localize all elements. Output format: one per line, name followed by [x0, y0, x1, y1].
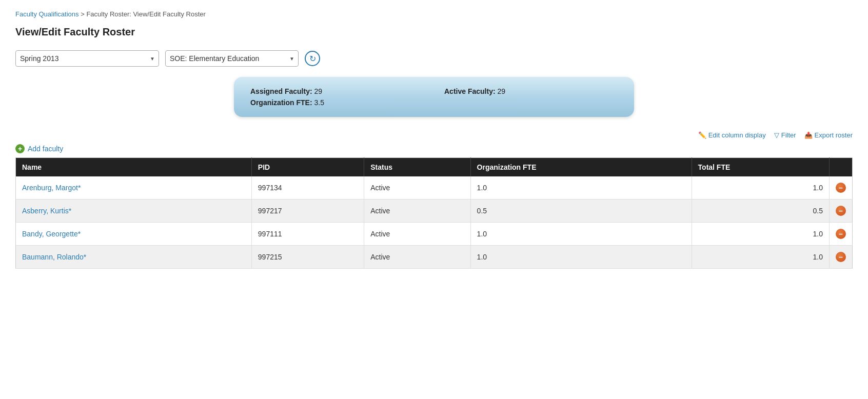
cell-pid: 997215 [251, 246, 364, 269]
cell-remove: – [830, 176, 853, 200]
semester-select[interactable]: Spring 2013Fall 2013Spring 2014 [15, 50, 159, 67]
table-row: Arenburg, Margot*997134Active1.01.0– [16, 176, 853, 200]
toolbar-row: ✏️ Edit column display ▽ Filter 📤 Export… [15, 131, 853, 139]
col-total-fte: Total FTE [692, 158, 829, 177]
table-row: Asberry, Kurtis*997217Active0.50.5– [16, 200, 853, 223]
edit-column-button[interactable]: ✏️ Edit column display [698, 131, 766, 139]
refresh-button[interactable]: ↻ [305, 51, 320, 66]
cell-name: Asberry, Kurtis* [16, 200, 252, 223]
active-faculty-stat: Active Faculty: 29 [444, 87, 618, 95]
cell-total-fte: 1.0 [692, 176, 829, 200]
assigned-faculty-stat: Assigned Faculty: 29 [250, 87, 424, 95]
col-actions [830, 158, 853, 177]
pencil-icon: ✏️ [698, 131, 706, 139]
col-status: Status [364, 158, 470, 177]
remove-icon: – [836, 229, 846, 239]
export-label: Export roster [815, 131, 853, 139]
semester-select-wrapper: Spring 2013Fall 2013Spring 2014 [15, 50, 159, 67]
org-fte-stat: Organization FTE: 3.5 [250, 98, 424, 107]
table-body: Arenburg, Margot*997134Active1.01.0–Asbe… [16, 176, 853, 269]
col-org-fte: Organization FTE [470, 158, 692, 177]
cell-status: Active [364, 223, 470, 246]
page-title: View/Edit Faculty Roster [15, 26, 853, 38]
add-faculty-button[interactable]: + Add faculty [15, 144, 63, 153]
cell-name: Bandy, Georgette* [16, 223, 252, 246]
filter-button[interactable]: ▽ Filter [774, 131, 796, 139]
cell-remove: – [830, 246, 853, 269]
assigned-faculty-value: 29 [314, 87, 322, 95]
cell-total-fte: 1.0 [692, 223, 829, 246]
faculty-link[interactable]: Baumann, Rolando* [22, 253, 86, 261]
remove-faculty-button[interactable]: – [836, 183, 846, 193]
cell-pid: 997134 [251, 176, 364, 200]
add-faculty-row: + Add faculty [15, 144, 853, 153]
faculty-link[interactable]: Asberry, Kurtis* [22, 207, 71, 215]
remove-faculty-button[interactable]: – [836, 252, 846, 262]
filter-label: Filter [781, 131, 796, 139]
table-header: Name PID Status Organization FTE Total F… [16, 158, 853, 177]
cell-org-fte: 0.5 [470, 200, 692, 223]
assigned-faculty-label: Assigned Faculty: [250, 87, 312, 95]
col-name: Name [16, 158, 252, 177]
org-fte-label: Organization FTE: [250, 98, 312, 107]
remove-icon: – [836, 252, 846, 262]
stats-box: Assigned Faculty: 29 Active Faculty: 29 … [234, 77, 634, 117]
filter-row: Spring 2013Fall 2013Spring 2014 SOE: Ele… [15, 50, 853, 67]
active-faculty-value: 29 [497, 87, 505, 95]
cell-total-fte: 1.0 [692, 246, 829, 269]
edit-column-label: Edit column display [708, 131, 766, 139]
add-faculty-label: Add faculty [28, 145, 63, 153]
add-icon: + [15, 144, 25, 153]
breadcrumb: Faculty Qualifications > Faculty Roster:… [15, 10, 853, 18]
faculty-link[interactable]: Arenburg, Margot* [22, 184, 81, 192]
remove-faculty-button[interactable]: – [836, 206, 846, 216]
cell-remove: – [830, 200, 853, 223]
col-pid: PID [251, 158, 364, 177]
breadcrumb-link[interactable]: Faculty Qualifications [15, 10, 79, 18]
remove-icon: – [836, 206, 846, 216]
table-row: Baumann, Rolando*997215Active1.01.0– [16, 246, 853, 269]
refresh-icon: ↻ [309, 54, 316, 64]
cell-pid: 997111 [251, 223, 364, 246]
export-icon: 📤 [804, 131, 813, 139]
roster-table: Name PID Status Organization FTE Total F… [15, 157, 853, 269]
active-faculty-label: Active Faculty: [444, 87, 496, 95]
org-select-wrapper: SOE: Elementary EducationSOE: Secondary … [165, 50, 299, 67]
faculty-link[interactable]: Bandy, Georgette* [22, 230, 81, 238]
organization-select[interactable]: SOE: Elementary EducationSOE: Secondary … [165, 50, 299, 67]
cell-pid: 997217 [251, 200, 364, 223]
cell-name: Arenburg, Margot* [16, 176, 252, 200]
export-roster-button[interactable]: 📤 Export roster [804, 131, 853, 139]
cell-status: Active [364, 176, 470, 200]
filter-icon: ▽ [774, 131, 779, 139]
cell-org-fte: 1.0 [470, 223, 692, 246]
cell-org-fte: 1.0 [470, 246, 692, 269]
org-fte-value: 3.5 [314, 98, 324, 107]
cell-status: Active [364, 246, 470, 269]
remove-icon: – [836, 183, 846, 193]
cell-name: Baumann, Rolando* [16, 246, 252, 269]
cell-total-fte: 0.5 [692, 200, 829, 223]
table-row: Bandy, Georgette*997111Active1.01.0– [16, 223, 853, 246]
remove-faculty-button[interactable]: – [836, 229, 846, 239]
breadcrumb-separator: > [81, 10, 85, 18]
cell-remove: – [830, 223, 853, 246]
breadcrumb-current: Faculty Roster: View/Edit Faculty Roster [86, 10, 205, 18]
cell-org-fte: 1.0 [470, 176, 692, 200]
cell-status: Active [364, 200, 470, 223]
